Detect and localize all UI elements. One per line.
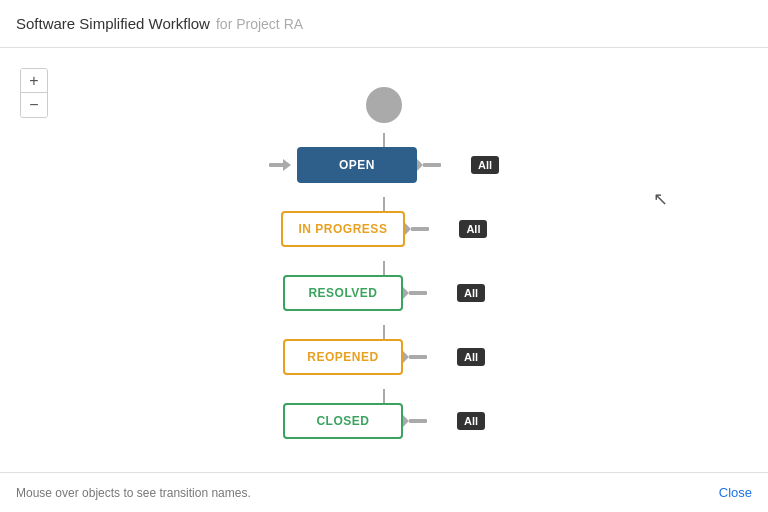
svg-marker-6 <box>403 287 409 299</box>
svg-rect-9 <box>409 355 427 359</box>
resolved-all-badge[interactable]: All <box>457 284 485 302</box>
workflow-container: OPEN All IN PROGRESS <box>269 87 499 453</box>
workflow-row: RESOLVED All <box>283 275 485 311</box>
svg-marker-10 <box>403 415 409 427</box>
svg-rect-7 <box>409 291 427 295</box>
svg-marker-4 <box>405 223 411 235</box>
start-connector <box>383 133 385 147</box>
closed-right-connector <box>403 413 447 429</box>
connector-4 <box>383 389 385 403</box>
status-open-label: OPEN <box>339 158 375 172</box>
svg-marker-1 <box>283 159 291 171</box>
footer-hint: Mouse over objects to see transition nam… <box>16 486 251 500</box>
status-reopened-label: REOPENED <box>307 350 378 364</box>
status-resolved-label: RESOLVED <box>308 286 377 300</box>
status-resolved[interactable]: RESOLVED <box>283 275 403 311</box>
svg-rect-3 <box>423 163 441 167</box>
header: Software Simplified Workflow for Project… <box>0 0 768 48</box>
workflow-row: REOPENED All <box>283 339 485 375</box>
close-button[interactable]: Close <box>719 485 752 500</box>
diagram-canvas: + − ↖ OPEN <box>0 48 768 472</box>
connector-3 <box>383 325 385 339</box>
reopened-all-badge[interactable]: All <box>457 348 485 366</box>
connector-2 <box>383 261 385 275</box>
svg-marker-2 <box>417 159 423 171</box>
status-in-progress-label: IN PROGRESS <box>299 222 388 236</box>
start-node <box>366 87 402 123</box>
status-closed-label: CLOSED <box>316 414 369 428</box>
workflow-row: IN PROGRESS All <box>281 211 488 247</box>
status-open[interactable]: OPEN <box>297 147 417 183</box>
svg-rect-5 <box>411 227 429 231</box>
open-left-arrow <box>269 157 297 173</box>
connector-1 <box>383 197 385 211</box>
workflow-row: CLOSED All <box>283 403 485 439</box>
open-right-connector <box>417 157 461 173</box>
footer: Mouse over objects to see transition nam… <box>0 472 768 512</box>
reopened-right-connector <box>403 349 447 365</box>
workflow-diagram: OPEN All IN PROGRESS <box>0 48 768 472</box>
status-closed[interactable]: CLOSED <box>283 403 403 439</box>
svg-marker-8 <box>403 351 409 363</box>
status-reopened[interactable]: REOPENED <box>283 339 403 375</box>
workflow-row: OPEN All <box>269 147 499 183</box>
status-in-progress[interactable]: IN PROGRESS <box>281 211 406 247</box>
resolved-right-connector <box>403 285 447 301</box>
page-subtitle: for Project RA <box>216 16 303 32</box>
svg-rect-11 <box>409 419 427 423</box>
open-all-badge[interactable]: All <box>471 156 499 174</box>
in-progress-all-badge[interactable]: All <box>459 220 487 238</box>
in-progress-right-connector <box>405 221 449 237</box>
closed-all-badge[interactable]: All <box>457 412 485 430</box>
page-title: Software Simplified Workflow <box>16 15 210 32</box>
